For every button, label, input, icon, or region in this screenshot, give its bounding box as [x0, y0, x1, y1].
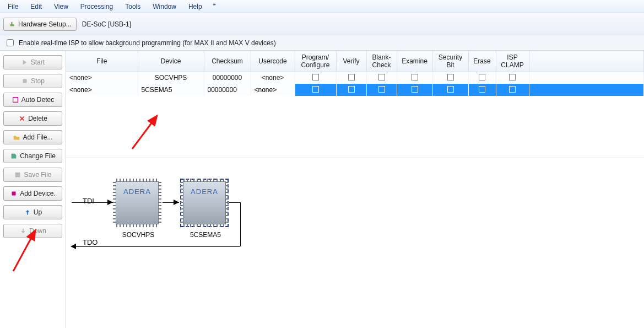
stop-icon — [21, 77, 29, 85]
chip-socvhps[interactable]: ADERA — [116, 181, 159, 224]
col-file[interactable]: File — [66, 51, 138, 72]
cell-security[interactable] — [432, 84, 468, 96]
col-usercode[interactable]: Usercode — [251, 51, 295, 72]
chip-icon — [10, 190, 18, 197]
delete-button[interactable]: Delete — [3, 111, 62, 126]
cell-erase[interactable] — [468, 84, 496, 96]
arrow-down-icon — [19, 227, 27, 235]
chip-5csema5[interactable]: ADERA — [183, 181, 226, 224]
menu-tools[interactable]: Tools — [120, 1, 146, 12]
col-device[interactable]: Device — [138, 51, 204, 72]
cell-isp[interactable] — [496, 84, 529, 96]
cell-examine[interactable] — [397, 72, 432, 84]
device-table[interactable]: File Device Checksum Usercode Program/ C… — [66, 51, 644, 96]
down-button[interactable]: Down — [3, 224, 62, 238]
arrow-tdo — [71, 244, 76, 249]
auto-detect-label: Auto Detec — [21, 96, 54, 104]
delete-label: Delete — [28, 115, 47, 122]
hardware-name-label: DE-SoC [USB-1] — [82, 20, 131, 28]
chip2-name: 5CSEMA5 — [184, 231, 227, 239]
chip1-name: SOCVHPS — [117, 231, 160, 239]
menu-help[interactable]: Help — [183, 1, 208, 12]
jtag-chain-diagram: TDI ADERA SOCVHPS ADERA 5CSEMA5 TDO — [66, 158, 644, 328]
realtime-isp-row: Enable real-time ISP to allow background… — [0, 35, 644, 51]
menu-view[interactable]: View — [48, 1, 74, 12]
help-flag-icon — [212, 3, 220, 10]
cell-usercode: <none> — [251, 84, 295, 96]
cell-checksum: 00000000 — [204, 84, 251, 96]
cell-security[interactable] — [432, 72, 468, 84]
hardware-setup-label: Hardware Setup... — [18, 20, 72, 28]
add-file-button[interactable]: Add File... — [3, 130, 62, 144]
menubar: File Edit View Processing Tools Window H… — [0, 0, 644, 13]
delete-icon — [18, 115, 26, 122]
save-file-label: Save File — [24, 171, 51, 179]
sidebar: Start Stop Auto Detec Delete Add File...… — [0, 51, 66, 328]
chip1-brand: ADERA — [123, 187, 151, 196]
menu-processing[interactable]: Processing — [75, 1, 118, 12]
cell-checksum: 00000000 — [204, 72, 251, 84]
hardware-toolbar: Hardware Setup... DE-SoC [USB-1] — [0, 13, 644, 35]
col-program[interactable]: Program/ Configure — [295, 51, 336, 72]
cell-verify[interactable] — [336, 72, 366, 84]
cell-isp[interactable] — [496, 72, 529, 84]
cell-examine[interactable] — [397, 84, 432, 96]
cell-erase[interactable] — [468, 72, 496, 84]
stop-label: Stop — [31, 77, 45, 85]
cell-program[interactable] — [295, 84, 336, 96]
wire-down — [240, 202, 241, 246]
realtime-isp-checkbox[interactable] — [7, 39, 14, 46]
col-blank[interactable]: Blank- Check — [366, 51, 397, 72]
col-erase[interactable]: Erase — [468, 51, 496, 72]
cell-program[interactable] — [295, 72, 336, 84]
down-label: Down — [29, 227, 46, 235]
change-file-button[interactable]: Change File — [3, 149, 62, 163]
col-examine[interactable]: Examine — [397, 51, 432, 72]
content-area: File Device Checksum Usercode Program/ C… — [66, 51, 644, 328]
cell-device: 5CSEMA5 — [138, 84, 204, 96]
auto-detect-button[interactable]: Auto Detec — [3, 93, 62, 107]
stop-button[interactable]: Stop — [3, 74, 62, 88]
save-file-button[interactable]: Save File — [3, 168, 62, 182]
device-table-pane: File Device Checksum Usercode Program/ C… — [66, 51, 644, 158]
cell-file: <none> — [66, 72, 138, 84]
chip2-brand: ADERA — [191, 187, 218, 196]
save-icon — [14, 171, 21, 179]
add-device-button[interactable]: Add Device. — [3, 186, 62, 201]
arrow-tdi — [107, 200, 113, 205]
cell-verify[interactable] — [336, 84, 366, 96]
detect-icon — [12, 96, 19, 104]
col-checksum[interactable]: Checksum — [204, 51, 251, 72]
arrow-mid — [174, 200, 179, 205]
cell-blank[interactable] — [366, 84, 397, 96]
start-label: Start — [31, 58, 45, 66]
table-row-selected[interactable]: <none> 5CSEMA5 00000000 <none> — [66, 84, 644, 96]
svg-rect-1 — [13, 98, 18, 103]
col-security[interactable]: Security Bit — [432, 51, 468, 72]
play-icon — [21, 58, 29, 66]
plug-icon — [8, 20, 16, 28]
hardware-setup-button[interactable]: Hardware Setup... — [3, 18, 77, 31]
wire-out — [229, 202, 240, 203]
wire-tdi — [72, 202, 113, 203]
svg-rect-0 — [23, 79, 27, 83]
up-button[interactable]: Up — [3, 205, 62, 219]
menu-file[interactable]: File — [2, 1, 24, 12]
folder-open-icon — [13, 133, 20, 141]
main-area: Start Stop Auto Detec Delete Add File...… — [0, 51, 644, 328]
tdi-label: TDI — [83, 197, 94, 205]
table-row[interactable]: <none> SOCVHPS 00000000 <none> — [66, 72, 644, 84]
col-isp[interactable]: ISP CLAMP — [496, 51, 529, 72]
add-file-label: Add File... — [23, 133, 52, 141]
cell-file: <none> — [66, 84, 138, 96]
svg-rect-2 — [12, 192, 16, 196]
cell-usercode: <none> — [251, 72, 295, 84]
cell-blank[interactable] — [366, 72, 397, 84]
arrow-up-icon — [24, 208, 31, 216]
menu-window[interactable]: Window — [147, 1, 182, 12]
realtime-isp-label: Enable real-time ISP to allow background… — [19, 39, 276, 47]
start-button[interactable]: Start — [3, 55, 62, 69]
col-spacer — [529, 51, 644, 72]
menu-edit[interactable]: Edit — [25, 1, 47, 12]
col-verify[interactable]: Verify — [336, 51, 366, 72]
